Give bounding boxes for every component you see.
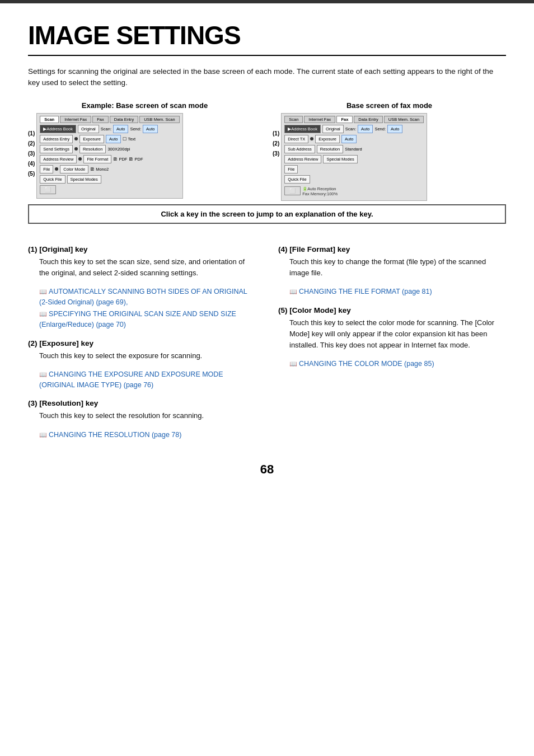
fax-row4: Address Review Special Modes	[284, 155, 424, 163]
scan-color-mode-btn[interactable]: Color Mode	[60, 165, 88, 173]
scan-preview-btn[interactable]: ⬜	[40, 185, 56, 194]
content-columns: (1) [Original] key Touch this key to set…	[28, 245, 506, 440]
scan-address-review-btn[interactable]: Address Review	[40, 155, 77, 163]
section-3-title: (3) [Resolution] key	[28, 399, 256, 407]
scan-tab-internet-fax[interactable]: Internet Fax	[60, 116, 91, 123]
fax-tab-fax[interactable]: Fax	[336, 116, 353, 123]
scan-label-1: (1)	[28, 129, 35, 139]
scan-mono: 🖹 Mono2	[90, 167, 109, 172]
callout-box[interactable]: Click a key in the screen to jump to an …	[28, 204, 506, 224]
scan-file-btn[interactable]: File	[40, 165, 53, 173]
section-4-desc: Touch this key to change the format (fil…	[278, 256, 506, 279]
section-3-num: (3)	[28, 399, 39, 407]
section-5-key: [Color Mode] key	[289, 306, 351, 314]
scan-send-val[interactable]: Auto	[143, 125, 158, 133]
section-5-desc: Touch this key to select the color mode …	[278, 317, 506, 351]
section-3-desc: Touch this key to select the resolution …	[28, 410, 256, 421]
page-number: 68	[28, 462, 506, 477]
scan-address-book-btn[interactable]: ▶Address Book	[40, 125, 76, 133]
scan-label-2: (2)	[28, 139, 35, 149]
fax-tab-scan[interactable]: Scan	[284, 116, 303, 123]
scan-row5: File Color Mode 🖹 Mono2	[40, 165, 179, 173]
page-title: IMAGE SETTINGS	[28, 20, 506, 56]
scan-scan-lbl: Scan:	[101, 126, 111, 132]
section-4-key: [File Format] key	[289, 245, 350, 253]
fax-sub-address-btn[interactable]: Sub Address	[284, 145, 315, 153]
section-4-num: (4)	[278, 245, 289, 253]
section-2-num: (2)	[28, 339, 39, 348]
scan-expo-val[interactable]: Auto	[106, 135, 121, 143]
fax-row7: ⬜ 🔋Auto ReceptionFax Memory:100%	[284, 185, 424, 196]
scan-send-settings-btn[interactable]: Send Settings	[40, 145, 73, 153]
section-2-title: (2) [Exposure] key	[28, 339, 256, 348]
section-5: (5) [Color Mode] key Touch this key to s…	[278, 306, 506, 369]
scan-address-entry-btn[interactable]: Address Entry	[40, 135, 73, 143]
section-1: (1) [Original] key Touch this key to set…	[28, 245, 256, 330]
scan-label-5: (5)	[28, 169, 35, 179]
section-4-link-1[interactable]: CHANGING THE FILE FORMAT (page 81)	[289, 287, 506, 297]
scan-special-modes-btn[interactable]: Special Modes	[67, 175, 101, 184]
fax-tab-usb[interactable]: USB Mem. Scan	[384, 116, 424, 123]
fax-original-btn[interactable]: Original	[322, 125, 344, 133]
fax-preview-btn[interactable]: ⬜	[284, 186, 301, 195]
scan-row4: Address Review File Format 🖹 PDF 🖹 PDF	[40, 155, 179, 163]
fax-send-val[interactable]: Auto	[387, 125, 402, 133]
section-1-link-1[interactable]: AUTOMATICALLY SCANNING BOTH SIDES OF AN …	[39, 287, 256, 308]
fax-address-book-btn[interactable]: ▶Address Book	[284, 125, 321, 133]
fax-label-1: (1)	[273, 129, 279, 139]
scan-tab-fax[interactable]: Fax	[92, 116, 109, 123]
scan-scan-val[interactable]: Auto	[113, 125, 128, 133]
screens-section: Example: Base screen of scan mode (1) (2…	[28, 101, 506, 201]
left-column: (1) [Original] key Touch this key to set…	[28, 245, 256, 440]
fax-scan-val[interactable]: Auto	[358, 125, 373, 133]
scan-tab-row: Scan Internet Fax Fax Data Entry USB Mem…	[40, 116, 179, 123]
fax-row2: Direct TX Exposure Auto	[284, 135, 424, 143]
fax-tab-data-entry[interactable]: Data Entry	[354, 116, 382, 123]
section-2: (2) [Exposure] key Touch this key to sel…	[28, 339, 256, 391]
scan-resolution-btn[interactable]: Resolution	[79, 145, 106, 153]
fax-row1: ▶Address Book Original Scan: Auto Send: …	[284, 125, 424, 133]
scan-row3: Send Settings Resolution 300X200dpi	[40, 145, 179, 153]
scan-pdf1: 🖹 PDF	[113, 157, 127, 162]
scan-dot-2	[74, 137, 78, 140]
section-2-link-1[interactable]: CHANGING THE EXPOSURE AND EXPOSURE MODE …	[39, 369, 256, 391]
scan-tab-usb[interactable]: USB Mem. Scan	[139, 116, 179, 123]
fax-address-review-btn[interactable]: Address Review	[284, 155, 321, 163]
fax-direct-tx-btn[interactable]: Direct TX	[284, 135, 308, 143]
section-3: (3) [Resolution] key Touch this key to s…	[28, 399, 256, 440]
section-1-link-2[interactable]: SPECIFYING THE ORIGINAL SCAN SIZE AND SE…	[39, 309, 256, 330]
scan-dot-5	[55, 167, 58, 171]
section-3-key: [Resolution] key	[39, 399, 98, 407]
fax-quick-file-btn[interactable]: Quick File	[284, 175, 310, 184]
section-4: (4) [File Format] key Touch this key to …	[278, 245, 506, 297]
fax-row6: Quick File	[284, 175, 424, 184]
scan-quick-file-btn[interactable]: Quick File	[40, 175, 65, 184]
section-3-link-1[interactable]: CHANGING THE RESOLUTION (page 78)	[39, 430, 256, 440]
section-1-key: [Original] key	[39, 245, 87, 253]
scan-original-btn[interactable]: Original	[78, 125, 99, 133]
fax-special-modes-btn[interactable]: Special Modes	[323, 155, 357, 163]
fax-screen-block: Base screen of fax mode (1) (2) (3) Scan…	[273, 101, 506, 201]
scan-file-format-btn[interactable]: File Format	[83, 155, 111, 163]
fax-tab-internet-fax[interactable]: Internet Fax	[304, 116, 335, 123]
scan-dot-3	[74, 147, 78, 151]
fax-resolution-btn[interactable]: Resolution	[317, 145, 343, 153]
scan-tab-data-entry[interactable]: Data Entry	[110, 116, 138, 123]
section-5-link-1[interactable]: CHANGING THE COLOR MODE (page 85)	[289, 359, 506, 369]
fax-send-lbl: Send:	[374, 126, 386, 132]
scan-dot-4	[78, 157, 82, 161]
scan-tab-scan[interactable]: Scan	[40, 116, 59, 123]
scan-res-val: 300X200dpi	[107, 147, 130, 152]
scan-row6: Quick File Special Modes	[40, 175, 179, 184]
right-column: (4) [File Format] key Touch this key to …	[278, 245, 506, 440]
section-5-title: (5) [Color Mode] key	[278, 306, 506, 314]
fax-standard: Standard	[345, 147, 362, 152]
fax-expo-val[interactable]: Auto	[341, 135, 357, 143]
intro-text: Settings for scanning the original are s…	[28, 66, 506, 89]
fax-label-3: (3)	[273, 149, 279, 159]
section-5-num: (5)	[278, 306, 289, 314]
fax-file-btn[interactable]: File	[284, 165, 298, 173]
fax-exposure-btn[interactable]: Exposure	[315, 135, 340, 143]
scan-exposure-btn[interactable]: Exposure	[79, 135, 104, 143]
scan-row7: ⬜	[40, 185, 179, 194]
